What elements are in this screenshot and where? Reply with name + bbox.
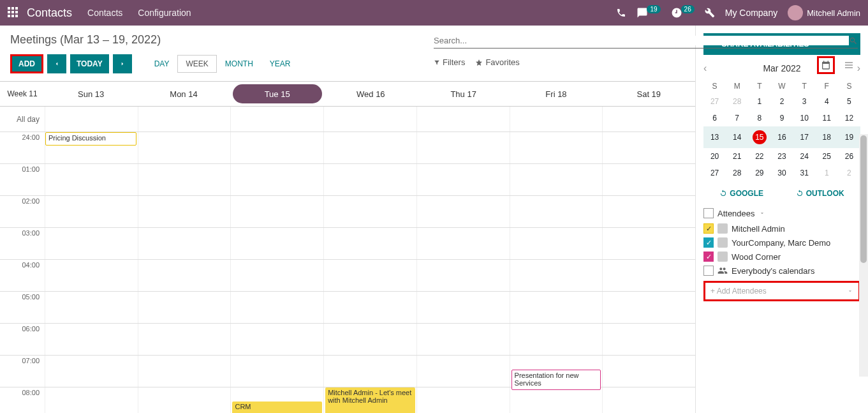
minical-day[interactable]: 31: [793, 165, 816, 181]
day-cell[interactable]: [45, 196, 138, 227]
minical-day[interactable]: 15: [748, 126, 770, 148]
day-cell[interactable]: [416, 164, 510, 195]
minical-day[interactable]: 17: [793, 126, 816, 148]
minical-day[interactable]: 2: [838, 165, 860, 181]
day-cell[interactable]: [45, 260, 138, 291]
minical-day[interactable]: 8: [748, 110, 770, 126]
day-cell[interactable]: [510, 196, 603, 227]
minical-day[interactable]: 12: [838, 110, 860, 126]
day-cell[interactable]: [138, 324, 231, 355]
scrollbar-thumb[interactable]: [860, 135, 867, 263]
day-cell[interactable]: Presentation for new Services: [510, 356, 603, 387]
day-cell[interactable]: [602, 260, 695, 291]
day-cell[interactable]: [602, 196, 695, 227]
minical-day[interactable]: 13: [703, 126, 726, 148]
day-cell[interactable]: [45, 292, 138, 323]
day-cell[interactable]: [416, 260, 510, 291]
day-cell[interactable]: [230, 164, 323, 195]
minical-day[interactable]: 25: [816, 148, 838, 165]
minical-day[interactable]: 23: [770, 148, 793, 165]
list-view-icon[interactable]: [840, 56, 858, 74]
day-mon[interactable]: Mon 14: [137, 82, 230, 106]
day-cell[interactable]: [230, 292, 323, 323]
day-cell[interactable]: [323, 324, 416, 355]
day-cell[interactable]: [416, 292, 510, 323]
day-cell[interactable]: [138, 132, 231, 163]
day-cell[interactable]: [45, 387, 138, 413]
day-cell[interactable]: [323, 228, 416, 259]
search-icon[interactable]: [849, 36, 858, 45]
day-cell[interactable]: [323, 164, 416, 195]
allday-cell[interactable]: [416, 107, 510, 131]
minical-day[interactable]: 29: [748, 165, 770, 181]
minical-day[interactable]: 5: [838, 93, 860, 110]
minical-day[interactable]: 28: [726, 93, 748, 110]
day-cell[interactable]: [602, 324, 695, 355]
minical-day[interactable]: 16: [770, 126, 793, 148]
phone-icon[interactable]: [616, 8, 626, 18]
activity-icon[interactable]: 26: [671, 7, 695, 19]
day-cell[interactable]: [230, 132, 323, 163]
day-fri[interactable]: Fri 18: [510, 82, 602, 106]
day-cell[interactable]: [510, 132, 603, 163]
day-cell[interactable]: [416, 324, 510, 355]
day-cell[interactable]: [45, 164, 138, 195]
minical-prev[interactable]: ‹: [703, 63, 707, 74]
day-cell[interactable]: [45, 228, 138, 259]
day-cell[interactable]: [323, 292, 416, 323]
attendee-row[interactable]: ✓YourCompany, Marc Demo: [703, 237, 860, 248]
allday-cell[interactable]: [602, 107, 695, 131]
day-cell[interactable]: [230, 196, 323, 227]
sync-google[interactable]: GOOGLE: [719, 189, 763, 198]
day-tue[interactable]: Tue 15: [233, 84, 322, 103]
minical-day[interactable]: 6: [703, 110, 726, 126]
day-cell[interactable]: [510, 260, 603, 291]
minical-day[interactable]: 19: [838, 126, 860, 148]
day-cell[interactable]: [323, 260, 416, 291]
day-cell[interactable]: [138, 196, 231, 227]
day-cell[interactable]: [602, 132, 695, 163]
minical-day[interactable]: 27: [703, 93, 726, 110]
prev-button[interactable]: [47, 54, 66, 73]
company-label[interactable]: My Company: [725, 8, 777, 18]
nav-contacts[interactable]: Contacts: [87, 8, 122, 18]
day-cell[interactable]: [416, 387, 510, 413]
chat-icon[interactable]: 19: [636, 7, 660, 19]
day-cell[interactable]: [230, 228, 323, 259]
minical-day[interactable]: 18: [816, 126, 838, 148]
day-cell[interactable]: [323, 356, 416, 387]
attendee-checkbox[interactable]: ✓: [703, 223, 714, 234]
filters-dropdown[interactable]: Filters: [434, 57, 465, 67]
day-cell[interactable]: Mitchell Admin - Let's meet with Mitchel…: [323, 387, 416, 413]
view-month[interactable]: MONTH: [217, 55, 261, 73]
day-cell[interactable]: [416, 196, 510, 227]
minical-day[interactable]: 21: [726, 148, 748, 165]
next-button[interactable]: [113, 54, 132, 73]
today-button[interactable]: TODAY: [70, 54, 109, 73]
calendar-event[interactable]: CRM: [232, 402, 322, 413]
day-cell[interactable]: [138, 164, 231, 195]
day-cell[interactable]: [230, 324, 323, 355]
day-cell[interactable]: Pricing Discussion: [45, 132, 138, 163]
attendee-checkbox[interactable]: ✓: [703, 237, 714, 248]
day-thu[interactable]: Thu 17: [417, 82, 510, 106]
minical-day[interactable]: 14: [726, 126, 748, 148]
allday-cell[interactable]: [45, 107, 138, 131]
day-cell[interactable]: [416, 228, 510, 259]
day-cell[interactable]: [138, 387, 231, 413]
day-cell[interactable]: [510, 387, 603, 413]
day-cell[interactable]: [602, 356, 695, 387]
day-cell[interactable]: [45, 356, 138, 387]
minical-day[interactable]: 20: [703, 148, 726, 165]
day-cell[interactable]: [510, 324, 603, 355]
search-input[interactable]: [434, 36, 849, 45]
day-cell[interactable]: [602, 292, 695, 323]
minical-day[interactable]: 30: [770, 165, 793, 181]
day-cell[interactable]: [45, 324, 138, 355]
nav-configuration[interactable]: Configuration: [138, 8, 191, 18]
attendee-row[interactable]: ✓Wood Corner: [703, 252, 860, 262]
minical-day[interactable]: 22: [748, 148, 770, 165]
day-cell[interactable]: [602, 164, 695, 195]
tools-icon[interactable]: [705, 8, 715, 18]
minical-day[interactable]: 2: [770, 93, 793, 110]
